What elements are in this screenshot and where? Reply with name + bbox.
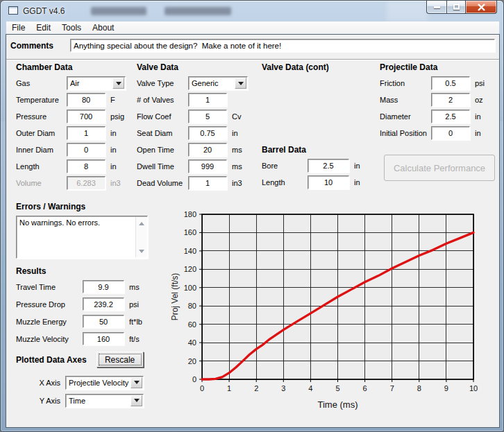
calculate-performance-button[interactable]: Calculate Performance: [384, 155, 495, 181]
length-input[interactable]: [308, 175, 349, 189]
client-area: Comments Chamber Data GasAirTemperatureF…: [6, 35, 499, 427]
close-icon: [477, 3, 486, 11]
chevron-down-icon[interactable]: [131, 395, 142, 406]
pressure-input[interactable]: [67, 110, 106, 123]
volume-unit: in3: [110, 179, 121, 187]
comments-input[interactable]: [70, 39, 495, 52]
mass-row: Massoz: [380, 93, 498, 107]
svg-text:0: 0: [200, 384, 204, 392]
inner-diam-input[interactable]: [67, 143, 106, 157]
chamber-data-header: Chamber Data: [16, 62, 130, 72]
menu-tools[interactable]: Tools: [56, 21, 87, 34]
maximize-button[interactable]: [446, 1, 466, 14]
menu-file[interactable]: File: [6, 21, 31, 34]
friction-unit: psi: [475, 79, 485, 87]
svg-text:60: 60: [188, 320, 196, 329]
inner-diam-label: Inner Diam: [16, 146, 67, 154]
caption-buttons: [426, 1, 497, 14]
outer-diam-label: Outer Diam: [16, 129, 67, 137]
dwell-time-unit: ms: [232, 162, 242, 171]
x-axis-select[interactable]: Projectile Velocity: [65, 376, 144, 390]
svg-text:20: 20: [188, 357, 196, 365]
open-time-label: Open Time: [137, 146, 188, 154]
x-axis-value: Projectile Velocity: [66, 377, 130, 389]
flow-coef-unit: Cv: [232, 112, 241, 121]
valve-type-label: Valve Type: [137, 79, 188, 87]
bore-input[interactable]: [308, 159, 349, 173]
length-input[interactable]: [67, 159, 106, 173]
titlebar-ghost: [165, 7, 231, 15]
gas-select[interactable]: Air: [67, 76, 126, 90]
flow-coef-input[interactable]: [188, 110, 227, 123]
menu-about[interactable]: About: [87, 21, 119, 34]
minimize-icon: [434, 6, 440, 8]
of-valves-input[interactable]: [188, 93, 227, 107]
muzzle-energy-input[interactable]: [83, 315, 124, 328]
chevron-down-icon[interactable]: [112, 78, 124, 89]
pressure-unit: psig: [110, 112, 124, 121]
seat-diam-row: Seat Diamin: [137, 126, 256, 140]
chevron-down-icon[interactable]: [131, 377, 142, 388]
errors-warnings-text: No warnings. No errors.: [19, 218, 133, 227]
projectile-data-header: Projectile Data: [380, 62, 498, 72]
length-unit: in: [110, 162, 117, 171]
travel-time-input[interactable]: [83, 280, 124, 293]
mass-input[interactable]: [431, 93, 470, 107]
bore-unit: in: [354, 162, 360, 170]
close-button[interactable]: [466, 1, 497, 14]
dwell-time-row: Dwell Timems: [137, 159, 256, 173]
scroll-down-icon[interactable]: [137, 246, 146, 256]
seat-diam-label: Seat Diam: [137, 129, 188, 137]
diameter-input[interactable]: [431, 110, 470, 123]
svg-text:5: 5: [335, 384, 339, 392]
velocity-chart: 012345678910020406080100120140160180Time…: [171, 207, 490, 422]
initial-position-input[interactable]: [431, 126, 470, 140]
app-icon: [8, 6, 18, 15]
travel-time-row: Travel Timems: [16, 280, 163, 293]
menu-edit[interactable]: Edit: [31, 21, 56, 34]
outer-diam-input[interactable]: [67, 126, 106, 140]
errors-warnings-box[interactable]: No warnings. No errors.: [16, 216, 148, 259]
length-unit: in: [354, 178, 360, 187]
valve-type-row: Valve TypeGeneric: [137, 76, 256, 90]
svg-text:180: 180: [184, 210, 196, 218]
dwell-time-input[interactable]: [188, 159, 227, 173]
temperature-label: Temperature: [16, 96, 67, 104]
x-axis-label: X Axis: [16, 379, 60, 387]
svg-text:80: 80: [188, 302, 196, 310]
inner-diam-unit: in: [110, 146, 117, 154]
svg-text:10: 10: [469, 384, 478, 392]
friction-label: Friction: [380, 79, 431, 87]
muzzle-energy-label: Muzzle Energy: [16, 318, 83, 326]
initial-position-label: Initial Position: [380, 129, 431, 137]
scroll-up-icon[interactable]: [137, 218, 146, 228]
initial-position-unit: in: [475, 129, 481, 137]
open-time-input[interactable]: [188, 143, 227, 157]
rescale-button[interactable]: Rescale: [96, 352, 144, 368]
minimize-button[interactable]: [426, 1, 446, 14]
dwell-time-label: Dwell Time: [137, 162, 188, 171]
valve-type-value: Generic: [189, 77, 234, 89]
dead-volume-input[interactable]: [188, 176, 227, 190]
svg-text:9: 9: [444, 384, 448, 392]
muzzle-velocity-input[interactable]: [83, 332, 124, 345]
svg-text:40: 40: [188, 338, 196, 347]
valve-type-select[interactable]: Generic: [188, 76, 248, 90]
gas-label: Gas: [16, 79, 67, 87]
outer-diam-row: Outer Diamin: [16, 126, 130, 140]
temperature-input[interactable]: [67, 93, 106, 107]
length-label: Length: [16, 162, 67, 171]
volume-row: Volumein3: [16, 176, 130, 190]
svg-text:140: 140: [184, 247, 196, 255]
chevron-down-icon[interactable]: [235, 78, 246, 89]
friction-input[interactable]: [431, 76, 470, 90]
volume-label: Volume: [16, 179, 67, 187]
titlebar[interactable]: GGDT v4.6: [1, 1, 503, 21]
errors-scrollbar[interactable]: [135, 217, 146, 257]
mass-unit: oz: [475, 96, 483, 104]
seat-diam-input[interactable]: [188, 126, 227, 140]
pressure-drop-input[interactable]: [83, 297, 124, 311]
comments-label: Comments: [10, 41, 53, 51]
muzzle-velocity-row: Muzzle Velocityft/s: [16, 332, 163, 345]
y-axis-select[interactable]: Time: [65, 394, 144, 408]
